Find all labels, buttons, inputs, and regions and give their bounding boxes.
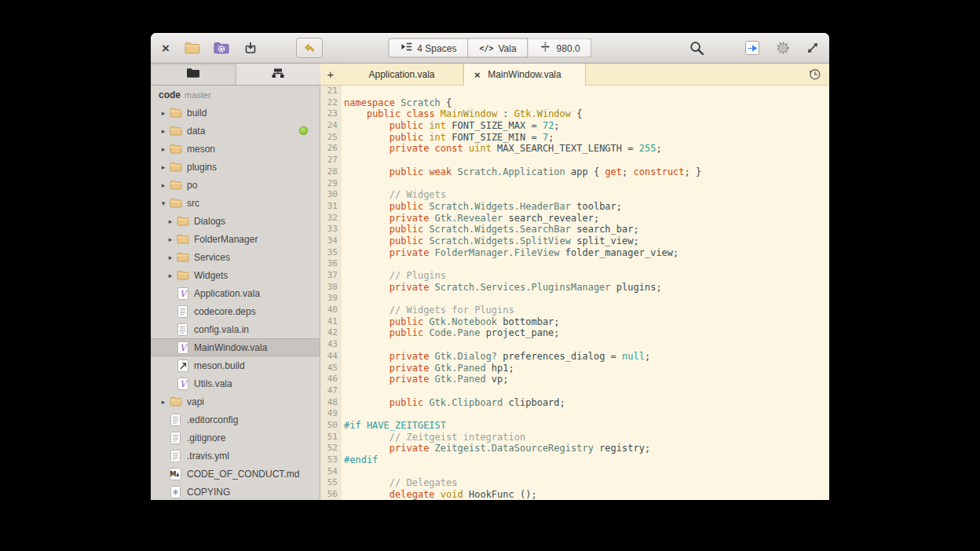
line-number: 50 (320, 420, 342, 432)
folder-icon (169, 126, 182, 136)
expander-collapsed-icon[interactable]: ▸ (158, 145, 169, 153)
text-icon (169, 432, 182, 444)
project-sidebar: code master ▸build▸data▸meson▸plugins▸po… (151, 86, 320, 500)
templates-folder-icon[interactable] (212, 38, 231, 58)
markdown-icon: M (169, 468, 182, 480)
undo-icon (303, 41, 316, 56)
line-number: 45 (320, 363, 342, 374)
window-close-button[interactable]: × (159, 42, 173, 55)
line-number: 43 (320, 339, 342, 351)
expander-collapsed-icon[interactable]: ▸ (158, 163, 169, 171)
tree-item-label: .editorconfig (187, 414, 238, 425)
line-number: 56 (320, 489, 342, 500)
code-line: // Widgets (344, 189, 829, 201)
code-line: private Zeitgeist.DataSourceRegistry reg… (344, 443, 829, 454)
tree-item-Utils.vala[interactable]: VUtils.vala (151, 374, 320, 392)
tree-item-src[interactable]: ▾src (151, 194, 320, 212)
expander-collapsed-icon[interactable]: ▸ (158, 398, 169, 406)
tree-item-meson.build[interactable]: meson.build (151, 356, 320, 374)
expander-expanded-icon[interactable]: ▾ (158, 199, 169, 207)
code-line: public Scratch.Widgets.SplitView split_v… (344, 235, 829, 247)
tree-item-Dialogs[interactable]: ▸Dialogs (151, 212, 320, 230)
file-tree: ▸build▸data▸meson▸plugins▸po▾src▸Dialogs… (151, 104, 320, 500)
tree-item-Widgets[interactable]: ▸Widgets (151, 266, 320, 284)
tab-width-button[interactable]: 4 Spaces (388, 38, 468, 58)
code-line: public class MainWindow : Gtk.Window { (344, 108, 829, 120)
expander-collapsed-icon[interactable]: ▸ (165, 217, 176, 225)
tree-item-plugins[interactable]: ▸plugins (151, 158, 320, 176)
tree-item-label: po (187, 180, 197, 191)
code-line: public weak Scratch.Application app { ge… (344, 166, 829, 178)
tree-item-label: build (187, 108, 207, 119)
tabbar-spacer (586, 64, 808, 85)
history-icon[interactable] (808, 64, 829, 85)
expander-collapsed-icon[interactable]: ▸ (158, 127, 169, 135)
settings-gear-icon[interactable] (773, 38, 792, 58)
tree-item-build[interactable]: ▸build (151, 104, 320, 122)
line-number: 22 (320, 97, 342, 109)
code-line: public Code.Pane project_pane; (344, 327, 829, 339)
project-header[interactable]: code master (151, 86, 320, 104)
tree-item-.gitignore[interactable]: .gitignore (151, 429, 320, 447)
line-number: 25 (320, 132, 342, 144)
tree-item-data[interactable]: ▸data (151, 122, 320, 140)
line-number: 35 (320, 247, 342, 259)
tab-application-vala[interactable]: Application.vala (341, 64, 463, 85)
folder-icon (169, 162, 182, 172)
tree-item-Services[interactable]: ▸Services (151, 248, 320, 266)
folder-icon (176, 216, 189, 226)
code-line: // Widgets for Plugins (344, 305, 829, 316)
tab-close-icon[interactable]: × (474, 70, 481, 80)
files-view-button[interactable] (151, 64, 236, 85)
line-number: 27 (320, 155, 342, 166)
open-file-icon[interactable] (183, 38, 202, 58)
line-width-button[interactable]: 980.0 (528, 38, 592, 58)
tree-item-label: src (187, 198, 199, 209)
tree-item-.travis.yml[interactable]: .travis.yml (151, 447, 320, 465)
line-number: 29 (320, 178, 342, 190)
outline-view-button[interactable] (236, 64, 321, 85)
tree-item-Application.vala[interactable]: VApplication.vala (151, 284, 320, 302)
tree-item-label: plugins (187, 162, 217, 173)
line-number: 47 (320, 385, 342, 397)
expander-collapsed-icon[interactable]: ▸ (158, 109, 169, 117)
expander-collapsed-icon[interactable]: ▸ (165, 272, 176, 279)
tree-item-label: vapi (187, 396, 204, 407)
tree-item-vapi[interactable]: ▸vapi (151, 392, 320, 411)
search-icon[interactable] (687, 38, 706, 58)
tab-label: MainWindow.vala (488, 69, 561, 80)
tree-item-MainWindow.vala[interactable]: VMainWindow.vala (151, 338, 320, 356)
expander-collapsed-icon[interactable]: ▸ (165, 254, 176, 261)
code-area[interactable]: namespace Scratch { public class MainWin… (342, 86, 829, 500)
tab-label: Application.vala (368, 69, 434, 80)
tree-item-label: Services (194, 252, 230, 263)
line-number: 26 (320, 143, 342, 155)
code-line: delegate void HookFunc (); (344, 489, 829, 500)
save-as-icon[interactable] (241, 38, 260, 58)
language-button[interactable]: </> Vala (468, 38, 528, 58)
tree-item-label: FolderManager (194, 234, 258, 245)
code-line: namespace Scratch { (344, 97, 829, 109)
expander-collapsed-icon[interactable]: ▸ (158, 181, 169, 189)
new-tab-button[interactable]: + (320, 64, 341, 85)
line-number: 54 (320, 466, 342, 478)
tree-item-CODE_OF_CONDUCT.md[interactable]: MCODE_OF_CONDUCT.md (151, 465, 320, 483)
undo-button[interactable] (296, 38, 323, 58)
tree-item-FolderManager[interactable]: ▸FolderManager (151, 230, 320, 248)
tree-item-meson[interactable]: ▸meson (151, 140, 320, 158)
tree-item-po[interactable]: ▸po (151, 176, 320, 194)
expander-collapsed-icon[interactable]: ▸ (165, 235, 176, 243)
vala-icon: V (176, 287, 189, 300)
code-line: #if HAVE_ZEITGEIST (344, 420, 829, 432)
line-number: 38 (320, 282, 342, 294)
tree-item-label: Widgets (194, 270, 228, 281)
fullscreen-icon[interactable] (803, 38, 822, 58)
tab-mainwindow-vala[interactable]: × MainWindow.vala (463, 64, 586, 86)
tree-item-codecore.deps[interactable]: codecore.deps (151, 302, 320, 320)
tree-item-.editorconfig[interactable]: .editorconfig (151, 411, 320, 429)
code-line: private Gtk.Paned hp1; (344, 363, 829, 374)
folder-icon (169, 198, 182, 208)
tree-item-config.vala.in[interactable]: config.vala.in (151, 320, 320, 338)
share-icon[interactable] (744, 38, 762, 58)
tree-item-COPYING[interactable]: COPYING (151, 483, 320, 500)
